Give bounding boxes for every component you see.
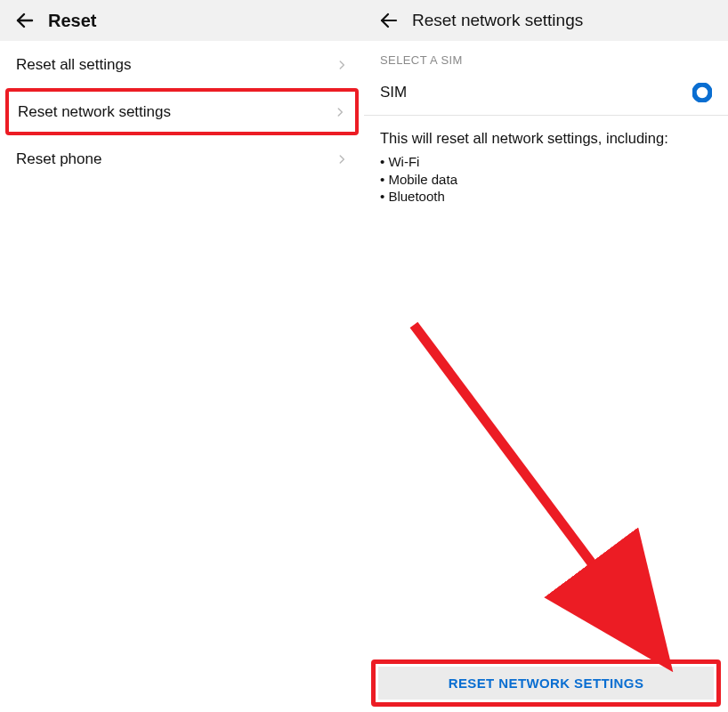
bullet-text: Wi-Fi (388, 154, 419, 169)
back-arrow-icon[interactable] (12, 8, 37, 33)
pane-reset-network-settings: Reset network settings SELECT A SIM SIM … (364, 0, 728, 712)
sim-label: SIM (380, 84, 407, 101)
header-left: Reset (0, 0, 364, 41)
bullet-item-bluetooth: • Bluetooth (380, 188, 712, 206)
reset-button-highlight: RESET NETWORK SETTINGS (371, 659, 721, 707)
pane-reset: Reset Reset all settings Reset network s… (0, 0, 364, 712)
section-label-select-sim: SELECT A SIM (364, 41, 728, 74)
list-item-label: Reset network settings (18, 103, 171, 121)
list-item-reset-all-settings[interactable]: Reset all settings (0, 41, 364, 88)
list-item-label: Reset all settings (16, 56, 131, 74)
bullet-text: Bluetooth (388, 189, 444, 204)
chevron-right-icon (336, 55, 348, 75)
header-right: Reset network settings (364, 0, 728, 41)
list-item-reset-phone[interactable]: Reset phone (0, 135, 364, 182)
list-item-reset-network-settings[interactable]: Reset network settings (5, 88, 359, 135)
reset-network-settings-button[interactable]: RESET NETWORK SETTINGS (378, 667, 714, 700)
bullet-list: • Wi-Fi • Mobile data • Bluetooth (364, 153, 728, 206)
chevron-right-icon (334, 102, 346, 122)
list-item-label: Reset phone (16, 150, 101, 168)
back-arrow-icon[interactable] (376, 8, 401, 33)
radio-selected-icon[interactable] (692, 83, 712, 102)
reset-description: This will reset all network settings, in… (364, 116, 728, 153)
bullet-item-mobile-data: • Mobile data (380, 171, 712, 189)
bullet-item-wifi: • Wi-Fi (380, 153, 712, 171)
sim-row[interactable]: SIM (364, 74, 728, 116)
chevron-right-icon (336, 150, 348, 169)
bullet-text: Mobile data (388, 172, 457, 187)
svg-point-2 (694, 85, 710, 101)
page-title-right: Reset network settings (412, 11, 583, 30)
page-title-left: Reset (48, 11, 96, 31)
